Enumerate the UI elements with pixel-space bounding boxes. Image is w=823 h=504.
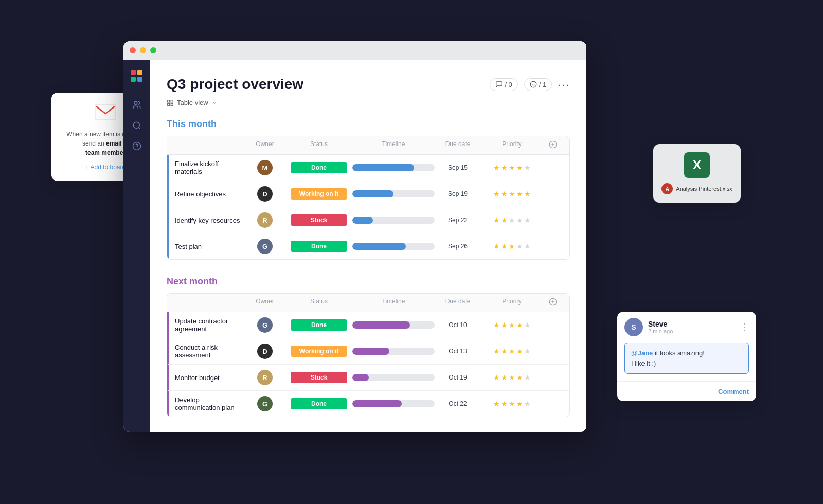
next-month-title: Next month bbox=[167, 276, 570, 287]
page-title: Q3 project overview bbox=[167, 76, 303, 93]
task-name: Finalize kickoff materials bbox=[175, 160, 244, 175]
table-row: Monitor budget R Stuck Oct 19 ★★★★★ bbox=[167, 365, 569, 391]
col-duedate: Due date bbox=[435, 298, 481, 308]
comment-more-button[interactable]: ⋮ bbox=[740, 321, 749, 333]
due-date: Oct 19 bbox=[435, 374, 481, 381]
this-month-title: This month bbox=[167, 119, 570, 130]
avatar: G bbox=[257, 317, 273, 333]
next-month-table: Owner Status Timeline Due date Priority … bbox=[167, 293, 570, 417]
timeline-bar bbox=[352, 190, 435, 197]
reactions-button[interactable]: / 1 bbox=[524, 78, 552, 91]
main-window: Q3 project overview / 0 / 1 ··· bbox=[123, 41, 586, 432]
this-month-table-header: Owner Status Timeline Due date Priority bbox=[167, 136, 569, 155]
due-date: Sep 22 bbox=[435, 217, 481, 224]
status-badge: Done bbox=[291, 162, 347, 173]
table-row: Test plan G Done Sep 26 ★★★★★ bbox=[167, 233, 569, 259]
comment-card: S Steve 2 min ago ⋮ @Jane it looks amazi… bbox=[617, 312, 756, 401]
task-name: Monitor budget bbox=[175, 374, 244, 382]
table-row: Develop communication plan G Done Oct 22… bbox=[167, 391, 569, 417]
sidebar-users-icon[interactable] bbox=[129, 97, 145, 113]
timeline-bar bbox=[352, 348, 435, 355]
more-options-button[interactable]: ··· bbox=[558, 79, 570, 91]
this-month-section: This month Owner Status Timeline Due dat… bbox=[167, 119, 570, 260]
task-name: Conduct a risk assessment bbox=[175, 344, 244, 359]
sidebar-help-icon[interactable] bbox=[129, 138, 145, 154]
timeline-bar bbox=[352, 374, 435, 381]
avatar: R bbox=[257, 212, 273, 228]
task-name: Refine objectives bbox=[175, 190, 244, 198]
timeline-bar bbox=[352, 400, 435, 407]
table-row: Conduct a risk assessment D Working on i… bbox=[167, 338, 569, 365]
col-task bbox=[173, 298, 244, 308]
priority-stars: ★★★★★ bbox=[481, 400, 543, 408]
col-owner: Owner bbox=[244, 298, 285, 308]
due-date: Oct 10 bbox=[435, 321, 481, 329]
status-badge: Done bbox=[291, 398, 347, 409]
status-badge: Working on it bbox=[291, 188, 347, 200]
excel-icon: X bbox=[684, 152, 710, 178]
table-row: Update contractor agreement G Done Oct 1… bbox=[167, 312, 569, 338]
view-selector[interactable]: Table view bbox=[167, 99, 570, 106]
due-date: Sep 19 bbox=[435, 190, 481, 197]
col-add[interactable] bbox=[543, 140, 563, 150]
priority-stars: ★★★★★ bbox=[481, 347, 543, 355]
priority-stars: ★★★★★ bbox=[481, 164, 543, 172]
col-duedate: Due date bbox=[435, 140, 481, 150]
task-name: Identify key resources bbox=[175, 217, 244, 224]
priority-stars: ★★★★★ bbox=[481, 216, 543, 224]
svg-point-4 bbox=[530, 81, 536, 87]
header-actions: / 0 / 1 ··· bbox=[490, 78, 570, 91]
table-row: Identify key resources R Stuck Sep 22 ★★… bbox=[167, 207, 569, 233]
sidebar-search-icon[interactable] bbox=[129, 117, 145, 134]
comment-time: 2 min ago bbox=[648, 328, 673, 334]
avatar: M bbox=[257, 160, 273, 175]
priority-stars: ★★★★★ bbox=[481, 373, 543, 382]
avatar: D bbox=[257, 186, 273, 202]
svg-rect-8 bbox=[171, 103, 173, 105]
maximize-button[interactable] bbox=[150, 47, 156, 53]
avatar: G bbox=[257, 239, 273, 254]
col-priority: Priority bbox=[481, 140, 543, 150]
avatar: R bbox=[257, 370, 273, 385]
next-month-section: Next month Owner Status Timeline Due dat… bbox=[167, 276, 570, 417]
excel-file-card: X A Analysis Pinterest.xlsx bbox=[653, 144, 741, 203]
content-area: Q3 project overview / 0 / 1 ··· bbox=[150, 60, 586, 432]
col-timeline: Timeline bbox=[352, 140, 435, 150]
col-add[interactable] bbox=[543, 298, 563, 308]
comments-button[interactable]: / 0 bbox=[490, 78, 517, 91]
app-logo bbox=[129, 68, 145, 84]
status-badge: Done bbox=[291, 319, 347, 331]
sidebar bbox=[123, 60, 150, 432]
titlebar bbox=[123, 41, 586, 60]
timeline-bar bbox=[352, 321, 435, 329]
priority-stars: ★★★★★ bbox=[481, 321, 543, 329]
minimize-button[interactable] bbox=[140, 47, 146, 53]
svg-rect-7 bbox=[168, 103, 170, 105]
comment-header: S Steve 2 min ago ⋮ bbox=[617, 312, 756, 343]
table-row: Finalize kickoff materials M Done Sep 15… bbox=[167, 155, 569, 181]
comment-button[interactable]: Comment bbox=[718, 388, 749, 395]
status-badge: Stuck bbox=[291, 372, 347, 383]
avatar: G bbox=[257, 396, 273, 411]
file-owner-avatar: A bbox=[661, 183, 673, 194]
avatar: D bbox=[257, 344, 273, 359]
col-owner: Owner bbox=[244, 140, 285, 150]
due-date: Oct 22 bbox=[435, 400, 481, 407]
svg-point-2 bbox=[133, 122, 139, 128]
commenter-name: Steve bbox=[648, 320, 673, 328]
scene: When a new item is created, send an emai… bbox=[51, 31, 772, 473]
comment-body: @Jane it looks amazing!I like it :) bbox=[624, 343, 749, 374]
task-name: Update contractor agreement bbox=[175, 317, 244, 333]
svg-point-1 bbox=[134, 101, 137, 104]
page-header: Q3 project overview / 0 / 1 ··· bbox=[167, 76, 570, 93]
excel-filename: A Analysis Pinterest.xlsx bbox=[661, 183, 732, 194]
comment-mention: @Jane bbox=[631, 349, 653, 357]
close-button[interactable] bbox=[130, 47, 136, 53]
col-status: Status bbox=[285, 140, 352, 150]
next-month-table-header: Owner Status Timeline Due date Priority bbox=[167, 294, 569, 312]
due-date: Sep 26 bbox=[435, 243, 481, 250]
commenter-avatar: S bbox=[624, 318, 643, 336]
status-badge: Done bbox=[291, 241, 347, 252]
timeline-bar bbox=[352, 164, 435, 171]
status-badge: Working on it bbox=[291, 346, 347, 357]
